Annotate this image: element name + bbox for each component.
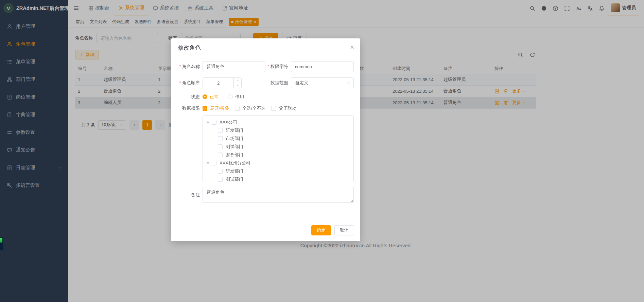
status-radio-0[interactable]: 正常 (203, 94, 219, 100)
perm-checkbox-group: 展开/折叠全选/全不选父子联动 (203, 105, 302, 111)
caret-placeholder (213, 138, 215, 140)
checkbox-icon[interactable] (218, 136, 223, 141)
caret-placeholder (213, 179, 215, 180)
caret-placeholder (213, 171, 215, 172)
caret-down-icon[interactable] (207, 122, 209, 123)
checkbox-icon[interactable] (218, 128, 223, 133)
dialog-title: 修改角色 (178, 44, 201, 52)
perm-checkbox-2[interactable]: 父子联动 (271, 105, 296, 111)
tree-node[interactable]: XXX杭州分公司 (203, 159, 353, 167)
status-label: 状态 (171, 94, 203, 100)
tree-node-label: 研发部门 (226, 127, 243, 134)
remark-label: 备注 (171, 192, 203, 198)
stepper-controls (233, 78, 241, 88)
increment-button[interactable] (234, 78, 241, 83)
perm-checkbox-0[interactable]: 展开/折叠 (203, 105, 229, 111)
checkbox-icon[interactable] (218, 169, 223, 174)
data-perm-label: 数据权限 (171, 105, 203, 111)
checkbox-icon (271, 106, 276, 111)
radio-icon (228, 94, 233, 99)
stats-widget (0, 237, 3, 250)
status-radio-1[interactable]: 停用 (228, 94, 244, 100)
tree-node[interactable]: 研发部门 (203, 126, 353, 135)
tree-node[interactable]: 测试部门 (203, 143, 353, 151)
chevron-down-icon (347, 81, 351, 85)
tree-node[interactable]: 研发部门 (203, 167, 353, 175)
role-name-label: 角色名称 (171, 64, 203, 70)
role-name-input[interactable] (203, 61, 265, 72)
perm-char-input[interactable] (291, 61, 354, 72)
tree-node-label: 财务部门 (226, 152, 243, 158)
dept-tree: XXX公司研发部门市场部门测试部门财务部门XXX杭州分公司研发部门测试部门 (203, 116, 354, 182)
checkbox-icon[interactable] (218, 177, 223, 182)
checkbox-label: 全选/全不选 (242, 105, 266, 111)
checkbox-label: 展开/折叠 (210, 105, 229, 111)
radio-label: 停用 (235, 94, 244, 100)
cancel-button[interactable]: 取消 (334, 225, 354, 235)
tree-node[interactable]: 财务部门 (203, 151, 353, 159)
tree-node-label: 市场部门 (226, 136, 243, 142)
checkbox-icon (235, 106, 240, 111)
dialog-header: 修改角色 × (171, 38, 360, 52)
role-order-label: 角色顺序 (171, 80, 203, 86)
tree-node[interactable]: 测试部门 (203, 175, 353, 182)
checkbox-label: 父子联动 (279, 105, 296, 111)
status-radio-group: 正常停用 (203, 94, 244, 100)
chevron-up-icon (236, 79, 239, 82)
data-scope-value: 自定义 (295, 80, 308, 86)
close-icon[interactable]: × (350, 44, 354, 51)
checkbox-icon[interactable] (218, 144, 223, 149)
confirm-button[interactable]: 确定 (311, 225, 331, 235)
caret-placeholder (213, 130, 215, 131)
dialog-footer: 确定 取消 (171, 225, 360, 241)
caret-placeholder (213, 154, 215, 156)
tree-node-label: XXX公司 (220, 119, 237, 125)
checkbox-icon[interactable] (212, 120, 216, 125)
data-scope-label: 数据范围 (242, 80, 291, 86)
caret-placeholder (213, 146, 215, 148)
tree-node-label: 测试部门 (226, 144, 243, 150)
tree-node[interactable]: 市场部门 (203, 135, 353, 143)
dialog-body: 角色名称 权限字符 角色顺序 2 数据范围 自定义 状态 正常停用 (171, 52, 360, 225)
role-order-stepper[interactable]: 2 (203, 77, 242, 88)
perm-char-label: 权限字符 (265, 64, 291, 70)
tree-node-label: 测试部门 (226, 176, 243, 182)
role-order-value: 2 (203, 81, 234, 86)
decrement-button[interactable] (234, 83, 241, 88)
tree-node-label: 研发部门 (226, 168, 243, 174)
caret-down-icon[interactable] (207, 162, 209, 164)
data-scope-select[interactable]: 自定义 (291, 77, 354, 88)
remark-textarea[interactable]: 普通角色 (203, 187, 354, 203)
checkbox-icon[interactable] (218, 153, 223, 157)
radio-icon (203, 94, 207, 99)
tree-node-label: XXX杭州分公司 (220, 160, 250, 166)
edit-role-dialog: 修改角色 × 角色名称 权限字符 角色顺序 2 数据范围 自定义 (171, 38, 360, 241)
radio-label: 正常 (210, 94, 219, 100)
checkbox-icon (203, 106, 207, 111)
chevron-down-icon (236, 84, 239, 87)
tree-node[interactable]: XXX公司 (203, 118, 353, 126)
checkbox-icon[interactable] (212, 161, 216, 165)
perm-checkbox-1[interactable]: 全选/全不选 (235, 105, 266, 111)
